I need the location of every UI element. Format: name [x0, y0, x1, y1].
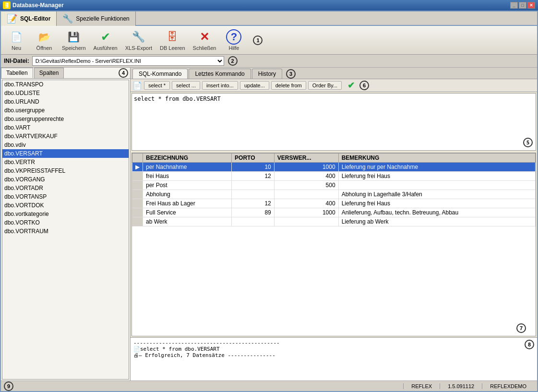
schliessen-button[interactable]: ✕ Schließen	[191, 28, 219, 52]
hilfe-label: Hilfe	[228, 45, 239, 51]
table-row[interactable]: frei Haus12400Lieferung frei Haus	[132, 172, 536, 181]
sql-new-icon[interactable]: 📄	[132, 81, 142, 90]
table-list-item[interactable]: dbo.VKPREISSTAFFEL	[2, 166, 129, 175]
table-list-item[interactable]: dbo.TRANSPO	[2, 80, 129, 89]
badge-7-vis: 7	[516, 323, 526, 333]
table-row[interactable]: Frei Haus ab Lager12400Lieferung frei Ha…	[132, 199, 536, 208]
offnen-label: Öffnen	[36, 45, 52, 51]
execute-checkmark-icon[interactable]: ✔	[347, 80, 355, 91]
cell-4-0: Frei Haus ab Lager	[143, 199, 232, 208]
db-leeren-button[interactable]: 🗄 DB Leeren	[157, 28, 188, 52]
table-row[interactable]: AbholungAbholung in Lagerhalle 3/Hafen	[132, 190, 536, 199]
cell-6-2	[274, 217, 338, 226]
table-list-item[interactable]: dbo.VERTR	[2, 158, 129, 166]
table-list-item[interactable]: dbo.VORTADR	[2, 184, 129, 192]
table-list-item[interactable]: dbo.VORTANSP	[2, 192, 129, 201]
order-by-button[interactable]: Order By...	[308, 81, 342, 90]
tab-history[interactable]: History	[252, 69, 282, 79]
tab-letztes-kommando[interactable]: Letztes Kommando	[189, 69, 251, 79]
app-icon: 🗄	[3, 1, 11, 9]
row-indicator: ▶	[132, 163, 143, 172]
table-list-item[interactable]: dbo.usergruppe	[2, 106, 129, 115]
schliessen-label: Schließen	[193, 45, 216, 51]
tab-sql-editor[interactable]: 📝 SQL-Editor	[1, 12, 57, 26]
tab-sql-kommando[interactable]: SQL-Kommando	[132, 69, 188, 79]
left-panel: Tabellen Spalten 4 dbo.TRANSPOdbo.UDLIST…	[1, 68, 131, 380]
results-area[interactable]: BEZEICHNUNGPORTOVERSWER...BEMERKUNG ▶per…	[132, 153, 536, 336]
row-indicator	[132, 199, 143, 208]
cell-0-3: Lieferung nur per Nachnahme	[338, 163, 535, 172]
table-list-item[interactable]: dbo.usergruppenrechte	[2, 115, 129, 123]
sql-editor-icon: 📝	[7, 13, 17, 24]
title-bar: 🗄 Database-Manager _ □ ✕	[0, 0, 538, 11]
xls-icon: 🔧	[131, 29, 146, 45]
row-indicator	[132, 181, 143, 190]
ausfuhren-icon: ✔	[98, 29, 113, 45]
status-reflex: REFLEX	[403, 383, 440, 389]
content-area: Tabellen Spalten 4 dbo.TRANSPOdbo.UDLIST…	[1, 68, 537, 380]
maximize-button[interactable]: □	[519, 2, 526, 9]
badge-8: 8	[525, 340, 534, 349]
table-list-item[interactable]: dbo.VERSART	[2, 149, 129, 158]
column-header-4: BEMERKUNG	[338, 154, 535, 163]
spezielle-tab-label: Spezielle Funktionen	[76, 15, 129, 22]
cell-5-3: Anlieferung, Aufbau, techn. Betreuung, A…	[338, 208, 535, 217]
xls-export-button[interactable]: 🔧 XLS-Export	[123, 28, 155, 52]
table-list-item[interactable]: dbo.URLAND	[2, 97, 129, 106]
table-list-item[interactable]: dbo.VORGANG	[2, 175, 129, 184]
table-list-item[interactable]: dbo.VORTRAUM	[2, 227, 129, 236]
badge-5: 5	[523, 138, 533, 147]
ini-row: INI-Datei: D:\Gevitas\ReflexDemo - Serve…	[1, 55, 537, 68]
minimize-button[interactable]: _	[510, 2, 518, 9]
update-button[interactable]: update...	[240, 81, 269, 90]
table-list-item[interactable]: dbo.VORTDOK	[2, 201, 129, 210]
table-list-item[interactable]: dbo.UDLISTE	[2, 89, 129, 97]
badge-1: 1	[253, 36, 263, 45]
select-star-button[interactable]: select *	[144, 81, 170, 90]
main-window: 📝 SQL-Editor 🔧 Spezielle Funktionen 📄 Ne…	[0, 11, 538, 392]
hilfe-button[interactable]: ? Hilfe	[221, 28, 246, 52]
speichern-button[interactable]: 💾 Speichern	[60, 28, 88, 52]
table-list-item[interactable]: dbo.VART	[2, 123, 129, 132]
close-button[interactable]: ✕	[527, 2, 535, 9]
status-bar: 9 REFLEX 1.5.091112 REFLEXDEMO	[1, 380, 537, 391]
table-row[interactable]: ab WerkLieferung ab Werk	[132, 217, 536, 226]
select-dots-button[interactable]: select ...	[172, 81, 200, 90]
schliessen-icon: ✕	[197, 29, 212, 45]
ausfuhren-label: Ausführen	[94, 45, 118, 51]
cell-3-3: Abholung in Lagerhalle 3/Hafen	[338, 190, 535, 199]
cell-6-0: ab Werk	[143, 217, 232, 226]
delete-from-button[interactable]: delete from	[271, 81, 306, 90]
cell-6-3: Lieferung ab Werk	[338, 217, 535, 226]
cell-5-2: 1000	[274, 208, 338, 217]
window-controls[interactable]: _ □ ✕	[510, 2, 535, 9]
table-row[interactable]: Full Service891000Anlieferung, Aufbau, t…	[132, 208, 536, 217]
cell-4-3: Lieferung frei Haus	[338, 199, 535, 208]
cell-1-0: frei Haus	[143, 172, 232, 181]
ausfuhren-button[interactable]: ✔ Ausführen	[91, 28, 120, 52]
neu-button[interactable]: 📄 Neu	[4, 28, 29, 52]
status-version: 1.5.091112	[440, 383, 482, 389]
table-list-item[interactable]: dbo.VARTVERKAUF	[2, 132, 129, 141]
db-label: DB Leeren	[160, 45, 185, 51]
badge-9: 9	[4, 381, 13, 391]
row-indicator	[132, 172, 143, 181]
ini-select[interactable]: D:\Gevitas\ReflexDemo - Server\REFLEX.IN…	[32, 56, 224, 66]
log-line-3: — Erfolgreich, 7 Datensätze ------------…	[139, 352, 275, 358]
cell-2-3	[338, 181, 535, 190]
cell-5-1: 89	[232, 208, 275, 217]
table-list-item[interactable]: dbo.vortkategorie	[2, 210, 129, 218]
sql-editor-area: 5 select * from dbo.VERSART	[132, 93, 536, 151]
table-row[interactable]: ▶per Nachnahme101000Lieferung nur per Na…	[132, 163, 536, 172]
table-list-item[interactable]: dbo.VORTKO	[2, 218, 129, 227]
offnen-button[interactable]: 📂 Öffnen	[32, 28, 57, 52]
speichern-label: Speichern	[62, 45, 86, 51]
table-list-item[interactable]: dbo.vdiv	[2, 141, 129, 149]
tab-tabellen[interactable]: Tabellen	[1, 68, 33, 78]
log-icon-2: 🖨	[133, 352, 139, 358]
table-list[interactable]: dbo.TRANSPOdbo.UDLISTEdbo.URLANDdbo.user…	[2, 80, 129, 380]
table-row[interactable]: per Post500	[132, 181, 536, 190]
tab-spalten[interactable]: Spalten	[34, 68, 64, 78]
tab-spezielle-funktionen[interactable]: 🔧 Spezielle Funktionen	[57, 12, 135, 26]
insert-into-button[interactable]: insert into...	[202, 81, 238, 90]
